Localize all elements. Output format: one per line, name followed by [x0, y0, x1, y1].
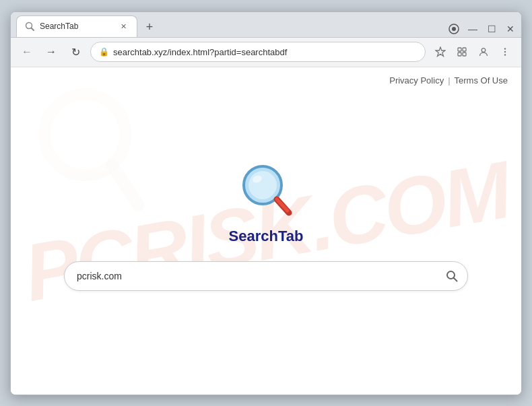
searchtab-logo-icon — [239, 162, 293, 222]
svg-rect-8 — [463, 53, 466, 56]
toolbar-icons — [431, 42, 514, 61]
svg-point-9 — [481, 48, 486, 53]
maximize-button[interactable]: ☐ — [486, 24, 497, 34]
main-content: SearchTab — [11, 86, 521, 395]
svg-rect-7 — [458, 53, 461, 56]
terms-of-use-link[interactable]: Terms Of Use — [455, 75, 508, 86]
close-button[interactable]: ✕ — [505, 24, 516, 34]
browser-toolbar: ← → ↻ 🔒 searchtab.xyz/index.html?partid=… — [11, 38, 521, 67]
refresh-button[interactable]: ↻ — [66, 42, 85, 61]
profile-button[interactable] — [474, 42, 493, 61]
profile-title-icon[interactable] — [448, 24, 459, 34]
search-input[interactable] — [64, 261, 468, 291]
menu-button[interactable] — [496, 42, 514, 61]
search-button[interactable] — [441, 265, 463, 287]
nav-separator: | — [448, 75, 450, 86]
search-bar-container — [64, 261, 468, 291]
browser-window: SearchTab ✕ + — ☐ ✕ ← → ↻ — [10, 11, 522, 395]
svg-marker-4 — [436, 47, 445, 57]
page-content: pcrisk.com Privacy Policy | Terms Of Use — [11, 67, 521, 395]
privacy-policy-link[interactable]: Privacy Policy — [389, 75, 444, 86]
tab-title: SearchTab — [40, 22, 112, 31]
back-button[interactable]: ← — [18, 42, 36, 61]
minimize-button[interactable]: — — [467, 24, 478, 34]
lock-icon: 🔒 — [99, 47, 109, 57]
logo-text: SearchTab — [229, 228, 304, 245]
window-controls: — ☐ ✕ — [448, 24, 516, 37]
title-bar: SearchTab ✕ + — ☐ ✕ — [11, 12, 521, 38]
search-icon — [446, 270, 458, 282]
bookmark-button[interactable] — [431, 42, 450, 61]
address-text: searchtab.xyz/index.html?partid=searchta… — [113, 47, 417, 57]
svg-point-3 — [452, 27, 456, 31]
svg-line-1 — [32, 28, 34, 31]
tab-favicon — [25, 22, 34, 31]
address-bar[interactable]: 🔒 searchtab.xyz/index.html?partid=search… — [90, 42, 426, 62]
top-navigation: Privacy Policy | Terms Of Use — [11, 67, 521, 86]
tab-close-button[interactable]: ✕ — [118, 21, 129, 32]
svg-point-11 — [504, 51, 506, 53]
new-tab-button[interactable]: + — [140, 18, 159, 37]
svg-point-16 — [248, 171, 277, 199]
browser-tab[interactable]: SearchTab ✕ — [16, 15, 137, 37]
svg-rect-5 — [458, 48, 461, 51]
svg-point-10 — [504, 48, 506, 49]
svg-point-12 — [504, 54, 506, 55]
extensions-button[interactable] — [453, 42, 471, 61]
forward-button[interactable]: → — [42, 42, 61, 61]
logo-container: SearchTab — [229, 162, 304, 245]
svg-line-21 — [454, 278, 457, 281]
svg-rect-6 — [463, 48, 466, 51]
